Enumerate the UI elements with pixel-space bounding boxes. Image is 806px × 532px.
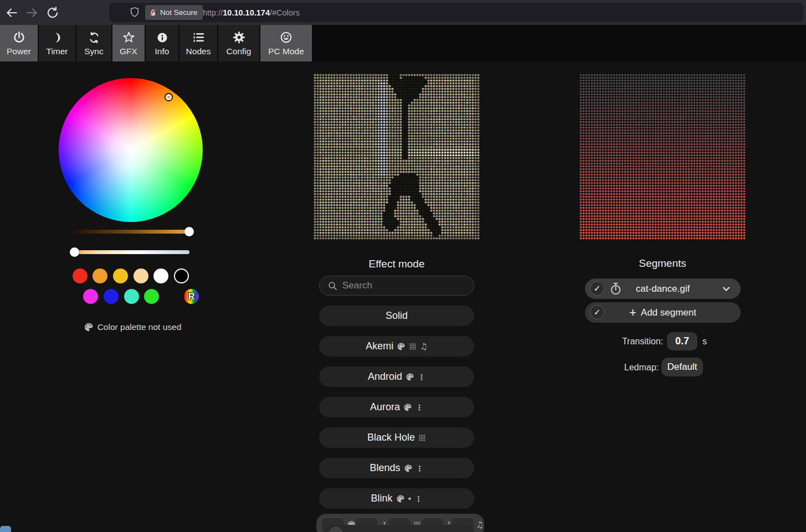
not-secure-badge[interactable]: Not Secure: [145, 5, 203, 20]
add-segment-checkbox[interactable]: ✓: [590, 305, 604, 319]
color-wheel[interactable]: [59, 78, 203, 222]
random-color-swatch[interactable]: R: [184, 289, 199, 304]
frequency-flag-icon: ♫: [420, 342, 427, 352]
security-label: Not Secure: [160, 8, 198, 17]
search-input[interactable]: [342, 280, 459, 291]
forward-button[interactable]: [25, 6, 39, 20]
color-swatch[interactable]: [134, 268, 148, 283]
stopwatch-icon: [609, 282, 623, 298]
ledmap-label: Ledmap:: [576, 363, 659, 373]
color-wheel-marker[interactable]: [166, 94, 172, 100]
effect-name: Android: [368, 371, 402, 383]
effect-name: Blends: [369, 462, 400, 474]
effect-name: Akemi: [366, 340, 393, 352]
matrix-flag-icon: [418, 434, 426, 442]
nav-button-label: PC Mode: [268, 47, 304, 56]
ledmap-button[interactable]: Default: [661, 358, 703, 376]
effect-name: Solid: [386, 310, 408, 322]
color-swatch[interactable]: [124, 289, 139, 304]
nav-button-info[interactable]: Info: [146, 25, 179, 61]
wled-navbar: PowerTimerSyncGFXInfoNodesConfigPC Mode: [0, 25, 806, 61]
insecure-lock-icon: [148, 8, 157, 17]
url-path: /#Colors: [270, 8, 300, 17]
nav-button-nodes[interactable]: Nodes: [179, 25, 218, 61]
nav-button-label: GFX: [120, 47, 137, 56]
nav-button-label: Sync: [84, 47, 103, 56]
color-swatch[interactable]: [83, 289, 98, 304]
transition-unit: s: [702, 337, 710, 347]
search-icon: [327, 281, 337, 291]
led-preview-segment: [579, 74, 746, 240]
moon-icon: [50, 30, 64, 45]
effect-button-akemi[interactable]: Akemi♫: [319, 336, 474, 357]
segments-title: Segments: [579, 257, 746, 270]
nav-button-pc-mode[interactable]: PC Mode: [260, 25, 313, 61]
nav-button-timer[interactable]: Timer: [39, 25, 76, 61]
color-swatch[interactable]: [73, 268, 88, 283]
palette-icon: [84, 322, 94, 332]
color-swatch[interactable]: [93, 268, 107, 283]
effect-mode-title: Effect mode: [314, 258, 480, 270]
nav-button-label: Timer: [46, 47, 68, 56]
gear-icon: [232, 30, 246, 45]
nav-button-power[interactable]: Power: [0, 25, 39, 61]
star-icon: [121, 30, 136, 45]
add-segment-button[interactable]: + Add segment: [585, 302, 741, 323]
nav-button-label: Info: [155, 47, 170, 56]
effect-name: Aurora: [370, 401, 400, 413]
nav-button-gfx[interactable]: GFX: [112, 25, 146, 61]
palette-flag-icon: [397, 342, 405, 351]
onedim-flag-icon: ⋮: [418, 373, 425, 381]
back-button[interactable]: [4, 6, 19, 20]
smiley-icon: [279, 30, 294, 45]
color-swatch[interactable]: [113, 268, 128, 283]
effect-button-aurora[interactable]: Aurora⋮: [319, 397, 474, 417]
transition-label: Transition:: [576, 337, 663, 347]
nav-button-label: Nodes: [186, 47, 211, 56]
palette-status: Color palette not used: [59, 322, 206, 332]
refresh-button[interactable]: [45, 6, 60, 20]
nav-button-config[interactable]: Config: [218, 25, 260, 61]
color-swatch[interactable]: [144, 289, 159, 304]
transition-input[interactable]: 0.7: [667, 332, 697, 350]
value-slider[interactable]: [72, 230, 189, 234]
onedim-flag-icon: ⋮: [414, 494, 422, 503]
onedim-flag-icon: ⋮: [415, 403, 423, 412]
effect-button-blends[interactable]: Blends⋮: [319, 458, 474, 478]
effect-button-black-hole[interactable]: Black Hole: [319, 427, 474, 448]
nav-button-label: Config: [227, 47, 251, 56]
add-segment-row[interactable]: + Add segment ✓: [585, 302, 741, 323]
value-slider-handle[interactable]: [184, 227, 194, 236]
effect-name: Black Hole: [367, 432, 415, 443]
palette-flag-icon: [405, 373, 414, 381]
palette-flag-icon: [403, 403, 412, 412]
onedim-flag-icon: ⋮: [416, 464, 424, 473]
plus-icon: +: [629, 306, 636, 320]
segment-checkbox[interactable]: ✓: [590, 281, 604, 296]
nav-button-label: Power: [7, 47, 31, 56]
effect-button-android[interactable]: Android⋮: [319, 366, 474, 387]
chevron-down-icon[interactable]: [720, 282, 733, 298]
shield-icon[interactable]: [129, 6, 143, 20]
nav-button-sync[interactable]: Sync: [76, 25, 112, 61]
segment-row[interactable]: cat-dance.gif ✓: [585, 278, 741, 299]
corner-toast-partial: [0, 526, 11, 532]
effect-button-blink[interactable]: Blink•⋮: [319, 488, 474, 509]
frequency-flag-icon: ♫: [476, 520, 484, 530]
color-swatch[interactable]: [174, 268, 189, 283]
matrix-flag-icon: [409, 343, 417, 350]
palette-flag-icon: [396, 494, 405, 503]
palette-status-text: Color palette not used: [97, 322, 182, 332]
effect-search[interactable]: [319, 276, 474, 296]
browser-toolbar: Not Secure http://10.10.10.174/#Colors: [0, 0, 806, 25]
sync-icon: [87, 30, 101, 45]
white-balance-slider[interactable]: [70, 250, 189, 254]
dot-flag-icon: •: [408, 493, 412, 504]
effect-button-solid[interactable]: Solid: [319, 306, 474, 326]
effect-name: Blink: [371, 493, 393, 504]
white-balance-handle[interactable]: [70, 247, 79, 257]
power-icon: [12, 30, 26, 45]
url-host: 10.10.10.174: [223, 8, 270, 17]
color-swatch[interactable]: [104, 289, 119, 304]
color-swatch[interactable]: [153, 268, 168, 283]
